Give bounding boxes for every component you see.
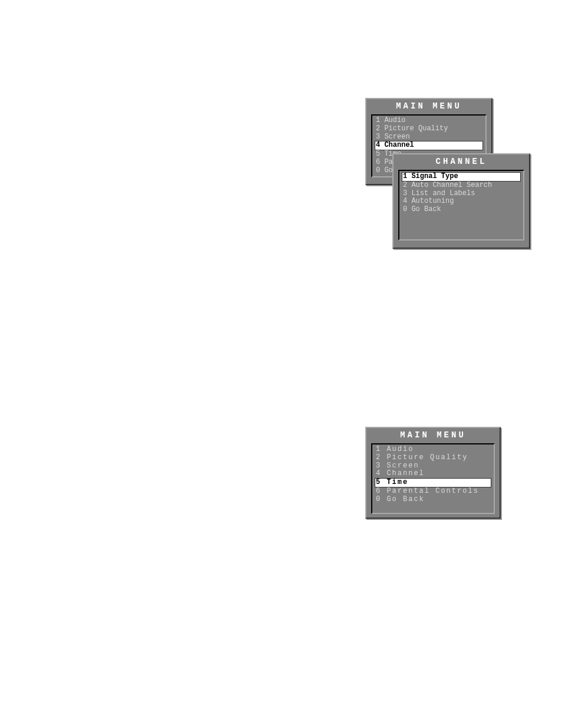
menu-item-channel-b[interactable]: 4 Channel <box>375 470 491 478</box>
menu-item-channel[interactable]: 4 Channel <box>375 141 483 150</box>
menu-item-audio[interactable]: 1 Audio <box>375 117 483 125</box>
menu-item-picture-quality[interactable]: 2 Picture Quality <box>375 125 483 133</box>
menu-item-signal-type[interactable]: 1 Signal Type <box>402 172 521 182</box>
menu-item-picture-quality-b[interactable]: 2 Picture Quality <box>375 454 491 462</box>
menu-item-go-back-b[interactable]: 0 Go Back <box>375 496 491 504</box>
menu-item-parental-controls-b[interactable]: 6 Parental Controls <box>375 487 491 496</box>
menu-item-autotuning[interactable]: 4 Autotuning <box>402 197 521 206</box>
main-menu-title-bottom: MAIN MENU <box>366 428 500 441</box>
menu-item-list-and-labels[interactable]: 3 List and Labels <box>402 190 521 198</box>
menu-item-screen[interactable]: 3 Screen <box>375 133 483 141</box>
menu-item-screen-b[interactable]: 3 Screen <box>375 462 491 470</box>
menu-item-go-back[interactable]: 0 Go Back <box>402 206 521 214</box>
channel-submenu-body: 1 Signal Type 2 Auto Channel Search 3 Li… <box>398 170 524 241</box>
menu-item-auto-channel-search[interactable]: 2 Auto Channel Search <box>402 182 521 190</box>
menu-item-audio-b[interactable]: 1 Audio <box>375 446 491 454</box>
menu-item-time-b[interactable]: 5 Time <box>375 478 491 487</box>
channel-submenu-panel: CHANNEL 1 Signal Type 2 Auto Channel Sea… <box>392 153 530 249</box>
main-menu-panel-bottom: MAIN MENU 1 Audio 2 Picture Quality 3 Sc… <box>365 427 501 519</box>
main-menu-body-bottom: 1 Audio 2 Picture Quality 3 Screen 4 Cha… <box>371 443 495 514</box>
main-menu-title: MAIN MENU <box>366 99 491 112</box>
channel-submenu-title: CHANNEL <box>394 154 529 167</box>
